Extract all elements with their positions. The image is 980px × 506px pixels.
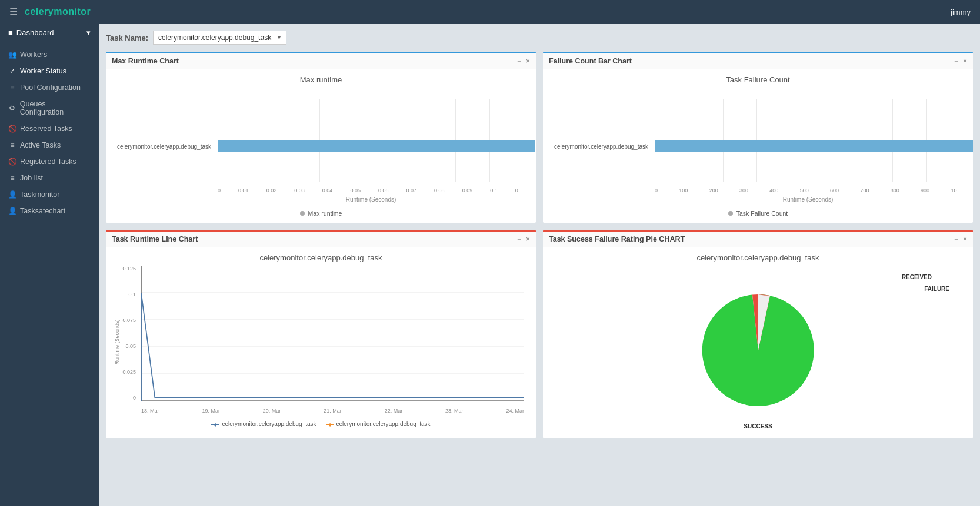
sidebar-item-registered-label: Registered Tasks (20, 158, 76, 166)
sidebar-item-registered-tasks[interactable]: 🚫 Registered Tasks (0, 153, 99, 170)
taskmonitor-icon: 👤 (8, 190, 16, 199)
sidebar-item-pool-configuration[interactable]: ≡ Pool Configuration (0, 79, 99, 96)
tasksatechart-icon: 👤 (8, 207, 16, 215)
runtime-line-minimize[interactable]: − (517, 235, 521, 243)
x-label: 900 (921, 187, 929, 193)
max-runtime-minimize[interactable]: − (517, 57, 521, 65)
runtime-line-chart-area: 0.125 0.1 0.075 0.05 0.025 0 Runtime (Se… (112, 266, 530, 418)
sidebar-item-job-list[interactable]: ≡ Job list (0, 170, 99, 186)
x-label: 100 (679, 187, 688, 193)
failure-count-bar (655, 140, 973, 152)
legend-label-1: celerymonitor.celeryapp.debug_task (222, 421, 316, 427)
max-runtime-chart-panel: Max Runtime Chart − × Max runtime (106, 52, 536, 223)
app-header: ☰ celerymonitor jimmy (0, 0, 980, 24)
x-label: 10... (951, 187, 961, 193)
pie-chart-subtitle: celerymonitor.celeryapp.debug_task (549, 253, 967, 262)
y-label: 0 (133, 395, 136, 401)
y-label: 0.025 (122, 369, 136, 375)
x-label: 0 (655, 187, 658, 193)
x-label: 0.04 (322, 187, 333, 193)
x-label: 600 (830, 187, 839, 193)
pie-label-received: RECEIVED (902, 274, 932, 280)
sidebar-item-worker-status[interactable]: ✓ Worker Status (0, 63, 99, 79)
task-select-wrapper[interactable]: celerymonitor.celeryapp.debug_task (153, 31, 286, 45)
sidebar-item-joblist-label: Job list (20, 174, 43, 182)
x-label: 20. Mar (263, 408, 281, 414)
line-chart-legend: ◆ celerymonitor.celeryapp.debug_task ◆ c… (112, 421, 530, 427)
x-label: 0.06 (378, 187, 389, 193)
runtime-line-body: celerymonitor.celeryapp.debug_task 0.125… (106, 247, 536, 433)
sidebar-group-dashboard[interactable]: ■ Dashboard ▾ (0, 24, 99, 42)
pie-minimize[interactable]: − (954, 235, 958, 243)
user-label: jimmy (951, 8, 971, 16)
task-name-label: Task Name: (106, 33, 148, 42)
legend-item-2: ◆ celerymonitor.celeryapp.debug_task (326, 421, 431, 427)
sidebar-item-active-tasks[interactable]: ≡ Active Tasks (0, 137, 99, 153)
failure-count-minimize[interactable]: − (954, 57, 958, 65)
x-label: 700 (860, 187, 869, 193)
x-label: 0.1 (490, 187, 498, 193)
sidebar-item-reserved-label: Reserved Tasks (20, 125, 72, 133)
max-runtime-chart-title: Max runtime (112, 75, 530, 84)
pie-label-failure: FAILURE (924, 286, 949, 292)
runtime-line-chart-title: celerymonitor.celeryapp.debug_task (112, 253, 530, 262)
max-runtime-close[interactable]: × (526, 57, 530, 65)
failure-count-x-labels: 0 100 200 300 400 500 600 700 800 900 10… (655, 187, 961, 193)
x-label: 0.07 (406, 187, 417, 193)
app-logo: celerymonitor (25, 6, 91, 17)
menu-icon[interactable]: ☰ (9, 6, 18, 18)
max-runtime-title: Max Runtime Chart (112, 57, 179, 65)
x-label: 400 (769, 187, 778, 193)
pie-label-success: SUCCESS (744, 423, 772, 430)
sidebar-item-queues-configuration[interactable]: ⚙ Queues Configuration (0, 96, 99, 120)
runtime-line-close[interactable]: × (526, 235, 530, 243)
max-runtime-legend: Max runtime (112, 210, 530, 217)
max-runtime-bar (218, 140, 535, 152)
sidebar-item-taskmonitor[interactable]: 👤 Taskmonitor (0, 186, 99, 203)
y-label: 0.1 (128, 291, 136, 297)
workers-icon: 👥 (8, 51, 16, 59)
y-label: 0.125 (122, 266, 136, 272)
sidebar: ■ Dashboard ▾ 👥 Workers ✓ Worker Status … (0, 24, 99, 506)
max-runtime-controls: − × (517, 57, 530, 65)
y-label: 0.075 (122, 317, 136, 323)
dashboard-icon: ■ (8, 28, 13, 37)
task-name-select[interactable]: celerymonitor.celeryapp.debug_task (153, 31, 286, 45)
failure-count-chart-panel: Failure Count Bar Chart − × Task Failure… (543, 52, 973, 223)
x-label: 18. Mar (141, 408, 159, 414)
task-name-bar: Task Name: celerymonitor.celeryapp.debug… (106, 31, 973, 45)
runtime-line-title: Task Runtime Line Chart (112, 235, 198, 243)
failure-count-header: Failure Count Bar Chart − × (543, 53, 973, 69)
runtime-line-header: Task Runtime Line Chart − × (106, 232, 536, 247)
pie-chart-area: RECEIVED FAILURE SUCCESS (549, 268, 967, 433)
x-label: 21. Mar (324, 408, 342, 414)
sidebar-item-workers[interactable]: 👥 Workers (0, 46, 99, 63)
y-axis-title: Runtime (Seconds) (114, 319, 120, 364)
legend-dot (728, 211, 733, 216)
reserved-icon: 🚫 (8, 125, 16, 133)
pool-icon: ≡ (8, 83, 16, 92)
sidebar-item-pool-label: Pool Configuration (20, 83, 81, 92)
joblist-icon: ≡ (8, 174, 16, 182)
sidebar-item-tasksatechart[interactable]: 👤 Tasksatechart (0, 203, 99, 219)
x-label: 19. Mar (202, 408, 220, 414)
legend-dot (300, 211, 305, 216)
failure-count-legend: Task Failure Count (549, 210, 967, 217)
sidebar-item-active-label: Active Tasks (20, 141, 61, 149)
sidebar-item-taskmonitor-label: Taskmonitor (20, 190, 59, 199)
chevron-down-icon: ▾ (86, 28, 91, 37)
max-runtime-x-labels: 0 0.01 0.02 0.03 0.04 0.05 0.06 0.07 0.0… (218, 187, 524, 193)
sidebar-item-queues-label: Queues Configuration (20, 100, 91, 116)
x-label: 0.03 (294, 187, 305, 193)
legend-item-1: ◆ celerymonitor.celeryapp.debug_task (211, 421, 316, 427)
runtime-line-chart-panel: Task Runtime Line Chart − × celerymonito… (106, 230, 536, 438)
pie-svg (694, 286, 823, 415)
failure-count-close[interactable]: × (963, 57, 967, 65)
worker-status-icon: ✓ (8, 67, 16, 75)
x-label: 22. Mar (385, 408, 403, 414)
sidebar-item-reserved-tasks[interactable]: 🚫 Reserved Tasks (0, 120, 99, 137)
sidebar-item-workers-label: Workers (20, 51, 47, 59)
pie-close[interactable]: × (963, 235, 967, 243)
x-label: 0.09 (462, 187, 473, 193)
x-label: 0.... (515, 187, 524, 193)
